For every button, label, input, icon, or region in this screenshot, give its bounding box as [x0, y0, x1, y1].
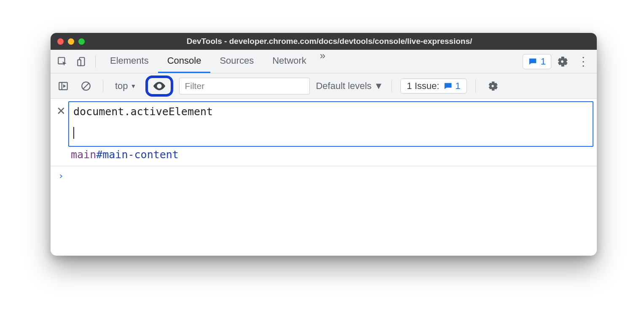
window-traffic-lights: [57, 38, 85, 45]
divider: [392, 80, 392, 92]
live-expression-text: document.activeElement: [73, 105, 588, 118]
svg-line-6: [83, 83, 89, 89]
devtools-tabs-row: Elements Console Sources Network » 1 ⋮: [51, 50, 597, 73]
console-prompt[interactable]: ›: [51, 166, 597, 185]
prompt-chevron-icon: ›: [58, 170, 64, 181]
divider: [475, 80, 476, 92]
log-levels-selector[interactable]: Default levels ▼: [316, 81, 383, 92]
live-expression-input[interactable]: document.activeElement: [68, 101, 593, 147]
result-element-tag: main: [71, 148, 96, 161]
minimize-window-button[interactable]: [68, 38, 74, 45]
divider: [103, 80, 103, 92]
messages-count: 1: [541, 56, 546, 67]
divider: [95, 55, 96, 68]
more-tabs-icon[interactable]: »: [316, 50, 330, 73]
settings-icon[interactable]: [554, 53, 571, 70]
console-sidebar-toggle-icon[interactable]: [55, 78, 72, 94]
issues-label: 1 Issue:: [407, 81, 439, 92]
chat-icon: [443, 81, 453, 91]
chevron-down-icon: ▼: [131, 83, 137, 89]
devtools-window: DevTools - developer.chrome.com/docs/dev…: [51, 33, 597, 256]
text-cursor: [73, 127, 74, 139]
console-settings-icon[interactable]: [484, 78, 501, 94]
device-toolbar-icon[interactable]: [73, 53, 90, 70]
maximize-window-button[interactable]: [78, 38, 85, 45]
svg-rect-2: [78, 59, 81, 65]
result-element-id: #main-content: [96, 148, 179, 161]
eye-icon: [152, 79, 166, 93]
live-expression-button[interactable]: [145, 76, 173, 97]
tab-sources[interactable]: Sources: [210, 50, 263, 73]
messages-badge[interactable]: 1: [523, 54, 551, 69]
live-expression-row: ✕ document.activeElement: [51, 99, 597, 147]
tab-console[interactable]: Console: [158, 50, 211, 73]
execution-context-selector[interactable]: top ▼: [112, 81, 140, 92]
issues-chip[interactable]: 1 Issue: 1: [400, 78, 467, 94]
tab-elements[interactable]: Elements: [101, 50, 158, 73]
context-label: top: [115, 81, 128, 92]
clear-console-icon[interactable]: [78, 78, 94, 94]
filter-input[interactable]: [179, 78, 310, 94]
devtools-tabs: Elements Console Sources Network »: [101, 50, 330, 73]
inspect-element-icon[interactable]: [54, 53, 71, 70]
remove-live-expression-button[interactable]: ✕: [54, 101, 68, 118]
window-titlebar: DevTools - developer.chrome.com/docs/dev…: [51, 33, 597, 50]
issues-count: 1: [455, 81, 460, 92]
chevron-down-icon: ▼: [374, 81, 384, 92]
close-window-button[interactable]: [57, 38, 64, 45]
live-expression-result: main#main-content: [51, 147, 597, 166]
console-toolbar: top ▼ Default levels ▼ 1 Issue: 1: [51, 73, 597, 99]
tab-network[interactable]: Network: [263, 50, 316, 73]
levels-label: Default levels: [316, 81, 371, 92]
window-title: DevTools - developer.chrome.com/docs/dev…: [90, 37, 590, 46]
more-options-icon[interactable]: ⋮: [573, 54, 593, 68]
